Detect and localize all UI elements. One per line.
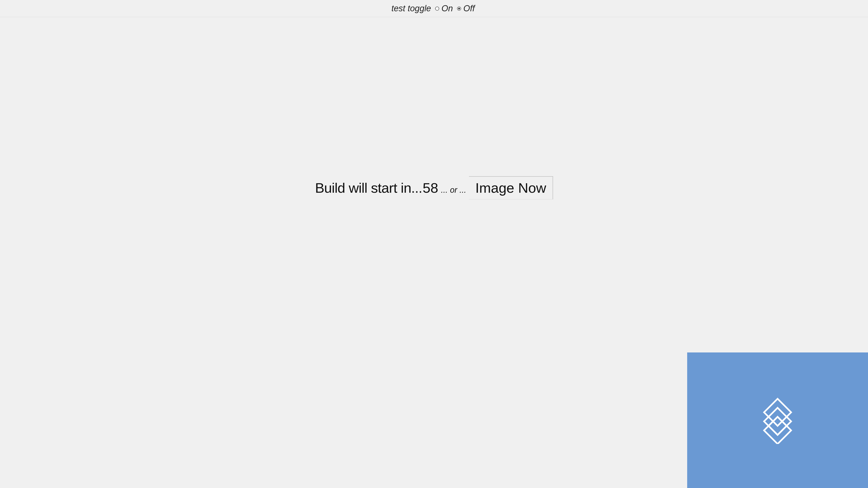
image-now-button[interactable]: Image Now: [469, 176, 553, 199]
topbar: test toggle On Off: [0, 0, 868, 17]
or-text: ... or ...: [440, 185, 468, 195]
countdown-value: 58: [423, 180, 438, 196]
radio-on[interactable]: [435, 6, 439, 11]
radio-off-label: Off: [463, 4, 475, 13]
bottom-right-panel: [687, 352, 868, 488]
stacked-diamonds-icon: [761, 396, 795, 444]
toggle-radio-group: On Off: [435, 4, 476, 13]
toggle-label: test toggle: [392, 4, 431, 13]
build-start-text: Build will start in...: [315, 180, 422, 196]
radio-off[interactable]: [457, 6, 461, 11]
radio-on-label: On: [441, 4, 453, 13]
countdown-row: Build will start in... 58 ... or ... Ima…: [315, 176, 553, 199]
